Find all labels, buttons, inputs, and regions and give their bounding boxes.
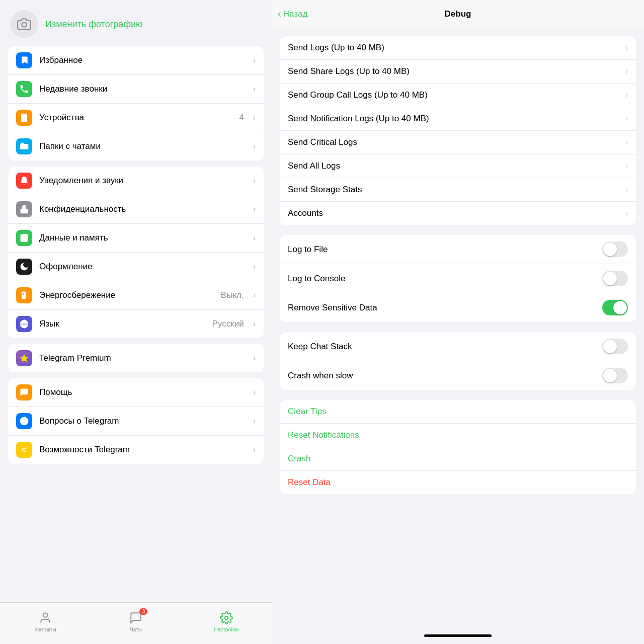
debug-item-remove-sensitive-data[interactable]: Remove Sensitive Data	[280, 293, 636, 322]
devices-icon	[16, 110, 32, 126]
chevron-icon: ›	[253, 85, 256, 94]
settings-item-language[interactable]: Язык Русский ›	[8, 310, 264, 338]
settings-item-appearance[interactable]: Оформление ›	[8, 253, 264, 281]
toggle-thumb	[613, 301, 627, 314]
data-label: Данные и память	[39, 233, 246, 243]
change-photo-label[interactable]: Изменить фотографию	[45, 19, 143, 30]
chevron-icon: ›	[253, 445, 256, 454]
power-icon	[16, 287, 32, 303]
settings-item-premium[interactable]: Telegram Premium ›	[8, 344, 264, 372]
debug-item-log-to-console[interactable]: Log to Console	[280, 264, 636, 293]
tab-contacts[interactable]: Контакты	[0, 606, 91, 632]
left-panel: Изменить фотографию Избранное › Недавние…	[0, 0, 272, 644]
settings-item-favorites[interactable]: Избранное ›	[8, 46, 264, 75]
power-label: Энергосбережение	[39, 290, 214, 300]
nav-back-label: Назад	[283, 9, 308, 19]
settings-item-power[interactable]: Энергосбережение Выкл. ›	[8, 281, 264, 310]
action-item-crash[interactable]: Crash	[280, 447, 636, 471]
help-icon	[16, 384, 32, 400]
privacy-icon	[16, 201, 32, 217]
keep-chat-stack-toggle[interactable]	[602, 339, 628, 354]
log-to-file-toggle[interactable]	[602, 242, 628, 257]
send-notification-logs-label: Send Notification Logs (Up to 40 MB)	[288, 114, 625, 124]
debug-item-send-critical-logs[interactable]: Send Critical Logs ›	[280, 131, 636, 154]
settings-item-notifications[interactable]: Уведомления и звуки ›	[8, 167, 264, 195]
home-indicator	[272, 627, 644, 644]
appearance-label: Оформление	[39, 262, 246, 272]
power-value: Выкл.	[221, 290, 244, 300]
settings-item-privacy[interactable]: Конфиденциальность ›	[8, 195, 264, 224]
chevron-icon: ›	[253, 354, 256, 363]
debug-item-send-storage-stats[interactable]: Send Storage Stats ›	[280, 178, 636, 202]
crash-when-slow-label: Crash when slow	[288, 371, 602, 381]
debug-item-send-notification-logs[interactable]: Send Notification Logs (Up to 40 MB) ›	[280, 107, 636, 131]
svg-marker-9	[20, 354, 29, 362]
settings-item-recent-calls[interactable]: Недавние звонки ›	[8, 75, 264, 104]
premium-icon	[16, 350, 32, 366]
chevron-icon: ›	[625, 209, 628, 218]
crash-label: Crash	[288, 454, 310, 463]
debug-item-crash-when-slow[interactable]: Crash when slow	[280, 361, 636, 390]
svg-line-19	[26, 447, 27, 448]
premium-label: Telegram Premium	[39, 353, 246, 363]
data-icon	[16, 230, 32, 246]
back-chevron-icon: ‹	[278, 8, 281, 20]
chat-folders-icon	[16, 138, 32, 154]
crash-when-slow-toggle[interactable]	[602, 368, 628, 383]
chevron-icon: ›	[253, 417, 256, 426]
log-to-console-toggle[interactable]	[602, 271, 628, 286]
language-icon	[16, 316, 32, 332]
debug-item-log-to-file[interactable]: Log to File	[280, 235, 636, 264]
debug-item-send-group-call-logs[interactable]: Send Group Call Logs (Up to 40 MB) ›	[280, 84, 636, 107]
settings-group-4: Помощь › Вопросы о Telegram › Возможност…	[8, 378, 264, 464]
toggle-thumb	[603, 243, 617, 256]
toggle-thumb	[603, 272, 617, 285]
svg-line-14	[21, 447, 22, 448]
tab-chats[interactable]: 3 Чаты	[91, 606, 181, 632]
settings-icon	[219, 610, 234, 625]
settings-item-chat-folders[interactable]: Папки с чатами ›	[8, 132, 264, 160]
debug-item-send-all-logs[interactable]: Send All Logs ›	[280, 154, 636, 178]
tab-contacts-label: Контакты	[34, 627, 56, 632]
settings-item-faq[interactable]: Вопросы о Telegram ›	[8, 407, 264, 436]
tab-bar: Контакты 3 Чаты Настройки	[0, 602, 272, 644]
notifications-icon	[16, 173, 32, 189]
settings-item-features[interactable]: Возможности Telegram ›	[8, 436, 264, 464]
debug-scroll-area[interactable]: Send Logs (Up to 40 MB) › Send Share Log…	[272, 28, 644, 627]
debug-item-send-logs[interactable]: Send Logs (Up to 40 MB) ›	[280, 36, 636, 60]
svg-line-15	[26, 452, 27, 453]
settings-item-devices[interactable]: Устройства 4 ›	[8, 104, 264, 132]
chevron-icon: ›	[253, 319, 256, 329]
keep-chat-stack-label: Keep Chat Stack	[288, 342, 602, 352]
remove-sensitive-data-toggle[interactable]	[602, 300, 628, 315]
favorites-icon	[16, 52, 32, 68]
profile-header[interactable]: Изменить фотографию	[0, 0, 272, 46]
debug-item-accounts[interactable]: Accounts ›	[280, 202, 636, 225]
svg-line-18	[21, 452, 22, 453]
settings-item-data[interactable]: Данные и память ›	[8, 224, 264, 253]
debug-item-keep-chat-stack[interactable]: Keep Chat Stack	[280, 332, 636, 361]
tab-settings-label: Настройки	[214, 627, 238, 632]
svg-point-22	[225, 616, 228, 620]
action-item-clear-tips[interactable]: Clear Tips	[280, 400, 636, 424]
toggle-group-1: Log to File Log to Console Remove Sensit…	[280, 235, 636, 322]
nav-back-button[interactable]: ‹ Назад	[278, 8, 307, 20]
log-to-console-label: Log to Console	[288, 274, 602, 284]
action-item-reset-notifications[interactable]: Reset Notifications	[280, 424, 636, 447]
camera-icon	[10, 10, 38, 38]
svg-point-0	[22, 23, 26, 27]
action-item-reset-data[interactable]: Reset Data	[280, 471, 636, 494]
svg-rect-5	[22, 292, 26, 299]
favorites-label: Избранное	[39, 55, 246, 65]
debug-item-send-share-logs[interactable]: Send Share Logs (Up to 40 MB) ›	[280, 60, 636, 84]
chevron-icon: ›	[253, 205, 256, 214]
chevron-icon: ›	[625, 91, 628, 100]
tab-settings[interactable]: Настройки	[181, 606, 272, 632]
reset-data-label: Reset Data	[288, 477, 331, 487]
chevron-icon: ›	[625, 43, 628, 52]
settings-item-help[interactable]: Помощь ›	[8, 378, 264, 407]
log-to-file-label: Log to File	[288, 245, 602, 255]
reset-notifications-label: Reset Notifications	[288, 430, 359, 440]
home-bar	[424, 634, 492, 637]
chevron-icon: ›	[253, 176, 256, 185]
